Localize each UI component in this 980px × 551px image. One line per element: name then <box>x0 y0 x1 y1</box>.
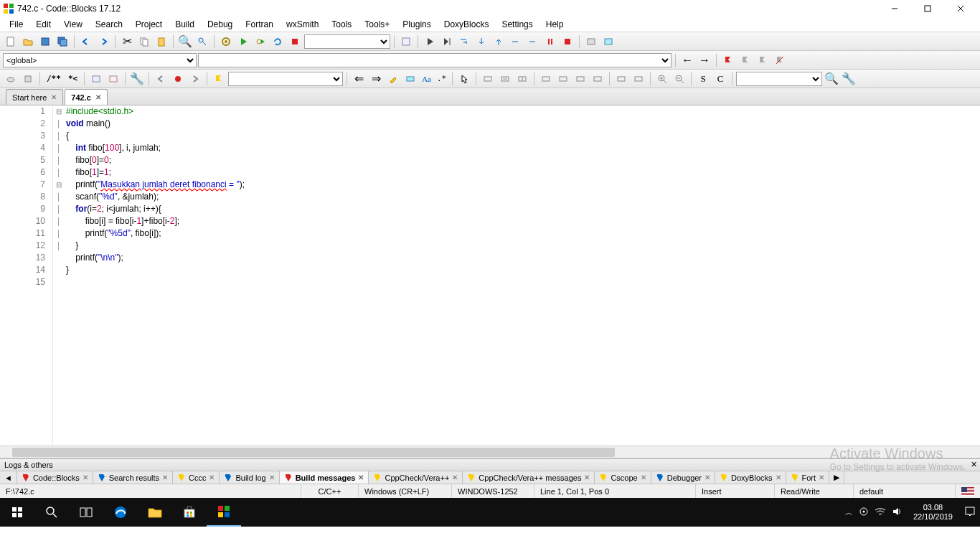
menu-tools+[interactable]: Tools+ <box>358 18 396 31</box>
log-tab-close-icon[interactable]: ✕ <box>162 474 168 481</box>
tb3-1[interactable] <box>3 71 19 87</box>
close-button[interactable] <box>944 0 977 17</box>
fold-gutter[interactable]: ⊟│││││⊟│││││ <box>53 105 65 458</box>
step-out-button[interactable] <box>491 34 507 50</box>
menu-debug[interactable]: Debug <box>201 18 239 31</box>
tab-742-c[interactable]: 742.c✕ <box>65 89 108 105</box>
tb3-box8[interactable] <box>613 71 629 87</box>
breakpoint-button[interactable] <box>170 71 186 87</box>
tb3-options[interactable]: 🔧 <box>841 71 857 87</box>
search-button[interactable] <box>34 498 69 527</box>
log-tab-cccc[interactable]: Cccc✕ <box>173 471 220 484</box>
match-case-button[interactable]: Aa <box>420 71 433 87</box>
build-run-button[interactable] <box>253 34 268 50</box>
log-tab-close-icon[interactable]: ✕ <box>83 474 88 481</box>
store-button[interactable] <box>172 498 207 527</box>
tb3-box1[interactable] <box>480 71 496 87</box>
tb3-flag[interactable] <box>211 71 227 87</box>
log-tab-close-icon[interactable]: ✕ <box>358 474 364 481</box>
tb3-combo[interactable] <box>228 72 343 86</box>
find-button[interactable]: 🔍 <box>177 34 193 50</box>
selection-button[interactable] <box>402 71 418 87</box>
arrow-right-button[interactable]: ⇒ <box>368 71 384 87</box>
back-button[interactable]: ← <box>679 52 695 68</box>
step-into-instr-button[interactable] <box>525 34 541 50</box>
jump-forward-button[interactable] <box>187 71 203 87</box>
tb3-combo2[interactable] <box>736 72 822 86</box>
menu-view[interactable]: View <box>57 18 89 31</box>
tb3-box3[interactable] <box>514 71 530 87</box>
menu-settings[interactable]: Settings <box>495 18 539 31</box>
tb3-box4[interactable] <box>538 71 554 87</box>
menu-help[interactable]: Help <box>540 18 570 31</box>
tab-start-here[interactable]: Start here✕ <box>6 89 63 105</box>
log-tab-code-blocks[interactable]: Code::Blocks✕ <box>17 471 93 484</box>
forward-button[interactable]: → <box>697 52 712 68</box>
logs-scroll-left[interactable]: ◄ <box>0 471 17 484</box>
comment-line-button[interactable]: *< <box>65 71 80 87</box>
menu-plugins[interactable]: Plugins <box>396 18 437 31</box>
menu-fortran[interactable]: Fortran <box>239 18 280 31</box>
next-line-button[interactable] <box>456 34 472 50</box>
status-eol[interactable]: Windows (CR+LF) <box>359 484 452 498</box>
menu-file[interactable]: File <box>3 18 29 31</box>
show-targets-button[interactable] <box>398 34 414 50</box>
log-tab-close-icon[interactable]: ✕ <box>641 474 646 481</box>
explorer-button[interactable] <box>138 498 172 527</box>
menu-build[interactable]: Build <box>169 18 201 31</box>
bookmark-clear-button[interactable] <box>772 52 788 68</box>
break-button[interactable] <box>542 34 558 50</box>
menu-wxsmith[interactable]: wxSmith <box>280 18 325 31</box>
new-file-button[interactable] <box>3 34 19 50</box>
log-tab-debugger[interactable]: Debugger✕ <box>651 471 715 484</box>
symbol-combo[interactable] <box>198 53 672 67</box>
tb3-search[interactable]: 🔍 <box>824 71 839 87</box>
stop-debug-button[interactable] <box>560 34 575 50</box>
logs-close-button[interactable]: ✕ <box>971 460 977 469</box>
menu-edit[interactable]: Edit <box>29 18 57 31</box>
log-tab-close-icon[interactable]: ✕ <box>209 474 215 481</box>
logs-scroll-right[interactable]: ▶ <box>829 471 844 484</box>
scope-combo[interactable]: <global> <box>3 53 197 67</box>
log-tab-cppcheck-vera-messages[interactable]: CppCheck/Vera++ messages✕ <box>463 471 595 484</box>
comment-block-button[interactable]: /** <box>44 71 64 87</box>
abort-button[interactable] <box>287 34 303 50</box>
tb3-box2[interactable] <box>497 71 513 87</box>
cut-button[interactable]: ✂ <box>119 34 135 50</box>
tb3-box6[interactable] <box>573 71 588 87</box>
tb3-6[interactable] <box>105 71 121 87</box>
log-tab-doxyblocks[interactable]: DoxyBlocks✕ <box>715 471 786 484</box>
code-area[interactable]: #include<stdio.h>void main(){ int fibo[1… <box>65 105 980 458</box>
menu-search[interactable]: Search <box>89 18 129 31</box>
build-button[interactable] <box>218 34 234 50</box>
tray-clock[interactable]: 03.08 22/10/2019 <box>908 503 958 522</box>
tb3-5[interactable] <box>88 71 104 87</box>
tray-wifi-icon[interactable] <box>875 507 886 517</box>
task-view-button[interactable] <box>69 498 103 527</box>
menu-project[interactable]: Project <box>129 18 169 31</box>
menu-tools[interactable]: Tools <box>325 18 358 31</box>
run-button[interactable] <box>235 34 251 50</box>
tab-close-icon[interactable]: ✕ <box>51 93 57 101</box>
debug-continue-button[interactable] <box>422 34 438 50</box>
jump-back-button[interactable] <box>153 71 169 87</box>
minimize-button[interactable] <box>878 0 911 17</box>
menu-doxyblocks[interactable]: DoxyBlocks <box>438 18 496 31</box>
rebuild-button[interactable] <box>270 34 286 50</box>
zoom-out-button[interactable] <box>672 71 687 87</box>
bookmark-prev-button[interactable] <box>738 52 753 68</box>
copy-button[interactable] <box>136 34 152 50</box>
codeblocks-task-button[interactable] <box>207 498 241 527</box>
save-all-button[interactable] <box>55 34 70 50</box>
run-to-cursor-button[interactable] <box>439 34 455 50</box>
tb3-box7[interactable] <box>590 71 606 87</box>
tray-chevron-icon[interactable]: ︿ <box>845 507 853 518</box>
debug-windows-button[interactable] <box>583 34 599 50</box>
save-button[interactable] <box>37 34 53 50</box>
log-tab-cppcheck-vera-[interactable]: CppCheck/Vera++✕ <box>369 471 463 484</box>
log-tab-build-log[interactable]: Build log✕ <box>220 471 279 484</box>
paste-button[interactable] <box>154 34 169 50</box>
log-tab-cscope[interactable]: Cscope✕ <box>595 471 651 484</box>
tray-location-icon[interactable] <box>859 507 869 518</box>
status-lang-flag[interactable] <box>956 484 980 498</box>
